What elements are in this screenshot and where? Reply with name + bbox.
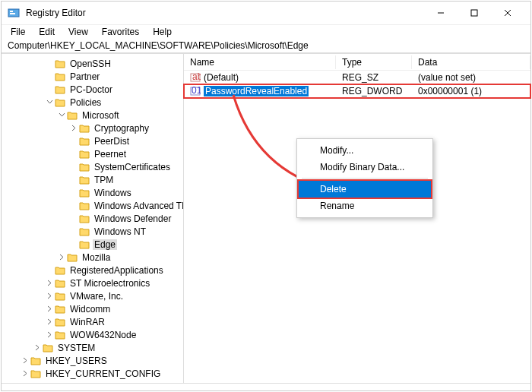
tree-label: Microsoft — [81, 110, 121, 121]
tree-spacer — [68, 226, 79, 237]
folder-icon — [67, 111, 78, 120]
tree-item-registeredapps[interactable]: RegisteredApplications — [2, 264, 183, 277]
menu-delete[interactable]: Delete — [299, 181, 431, 198]
folder-icon — [55, 279, 65, 288]
tree-item-windows_advanced[interactable]: Windows Advanced Threat Protection — [2, 199, 183, 212]
value-name: (Default) — [204, 72, 239, 83]
minimize-button[interactable] — [424, 2, 458, 24]
expand-icon[interactable] — [44, 278, 55, 289]
tree-label: Policies — [68, 97, 103, 108]
tree-item-edge[interactable]: Edge — [2, 238, 183, 251]
status-bar — [2, 383, 530, 390]
list-header: Name Type Data — [184, 54, 530, 71]
tree-item-hkusers[interactable]: HKEY_USERS — [2, 354, 183, 367]
address-bar[interactable]: Computer\HKEY_LOCAL_MACHINE\SOFTWARE\Pol… — [2, 39, 530, 53]
tree-item-system[interactable]: SYSTEM — [2, 341, 183, 354]
folder-icon — [55, 98, 65, 107]
column-name[interactable]: Name — [184, 55, 336, 69]
menu-modify-binary[interactable]: Modify Binary Data... — [299, 159, 431, 175]
tree-spacer — [68, 162, 79, 172]
tree-spacer — [44, 84, 55, 95]
menu-modify[interactable]: Modify... — [299, 142, 431, 159]
tree-item-wow64[interactable]: WOW6432Node — [2, 328, 183, 341]
tree-label: WOW6432Node — [68, 330, 138, 340]
tree-item-systemcertificates[interactable]: SystemCertificates — [2, 160, 183, 173]
regedit-icon — [8, 7, 20, 19]
tree-label: SystemCertificates — [93, 162, 172, 172]
menubar: File Edit View Favorites Help — [2, 25, 530, 39]
tree-label: VMware, Inc. — [68, 291, 125, 302]
folder-icon — [79, 227, 90, 236]
expand-icon[interactable] — [32, 343, 43, 353]
folder-icon — [55, 266, 65, 275]
tree-spacer — [68, 188, 79, 198]
tree-item-mozilla[interactable]: Mozilla — [2, 251, 183, 264]
folder-icon — [55, 292, 65, 301]
list-pane[interactable]: Name Type Data ab (Default) REG_SZ (valu… — [184, 54, 530, 383]
tree-spacer — [44, 265, 55, 276]
menu-edit[interactable]: Edit — [33, 25, 61, 39]
menu-file[interactable]: File — [5, 25, 31, 39]
tree-item-policies[interactable]: Policies — [2, 96, 183, 109]
expand-icon[interactable] — [56, 252, 67, 263]
expand-icon[interactable] — [44, 330, 55, 340]
column-data[interactable]: Data — [412, 55, 530, 69]
tree-spacer — [44, 58, 55, 69]
svg-rect-4 — [471, 10, 477, 16]
menu-separator — [302, 178, 428, 179]
tree-spacer — [68, 201, 79, 211]
tree-item-vmware[interactable]: VMware, Inc. — [2, 289, 183, 302]
tree-item-widcomm[interactable]: Widcomm — [2, 302, 183, 315]
value-row-selected[interactable]: 011 PasswordRevealEnabled REG_DWORD 0x00… — [184, 84, 530, 98]
collapse-icon[interactable] — [56, 110, 67, 121]
tree-item-windows_nt[interactable]: Windows NT — [2, 225, 183, 238]
tree-item-tpm[interactable]: TPM — [2, 173, 183, 186]
string-value-icon: ab — [190, 72, 201, 83]
expand-icon[interactable] — [20, 356, 30, 366]
menu-help[interactable]: Help — [147, 25, 178, 39]
folder-icon — [79, 175, 90, 185]
expand-icon[interactable] — [68, 123, 79, 134]
tree-item-microsoft[interactable]: Microsoft — [2, 109, 183, 122]
expand-icon[interactable] — [44, 291, 55, 302]
tree-label: Windows NT — [93, 226, 147, 237]
tree-spacer — [68, 175, 79, 185]
value-name: PasswordRevealEnabled — [204, 86, 309, 96]
expand-icon[interactable] — [44, 317, 55, 327]
tree-label: SYSTEM — [56, 343, 97, 353]
window-title: Registry Editor — [26, 8, 424, 18]
tree-spacer — [68, 239, 79, 250]
context-menu: Modify... Modify Binary Data... Delete R… — [296, 138, 433, 218]
svg-text:ab: ab — [192, 72, 201, 82]
menu-view[interactable]: View — [62, 25, 94, 39]
tree-item-hkcurrent[interactable]: HKEY_CURRENT_CONFIG — [2, 367, 183, 380]
column-type[interactable]: Type — [336, 55, 412, 69]
tree-item-stmicro[interactable]: ST Microelectronics — [2, 277, 183, 289]
tree-item-pcdoctor[interactable]: PC-Doctor — [2, 83, 183, 96]
tree-item-openssh[interactable]: OpenSSH — [2, 57, 183, 70]
tree-label: Windows Defender — [93, 213, 173, 224]
expand-icon[interactable] — [20, 368, 30, 379]
tree-pane[interactable]: OpenSSHPartnerPC-DoctorPoliciesMicrosoft… — [2, 54, 184, 383]
tree-item-cryptography[interactable]: Cryptography — [2, 122, 183, 134]
collapse-icon[interactable] — [44, 97, 55, 108]
tree-item-winrar[interactable]: WinRAR — [2, 315, 183, 328]
tree-item-peerdist[interactable]: PeerDist — [2, 134, 183, 147]
tree-spacer — [68, 149, 79, 160]
value-type: REG_SZ — [336, 72, 412, 83]
close-button[interactable] — [491, 2, 524, 24]
tree-label: Edge — [93, 239, 117, 250]
tree-label: Widcomm — [68, 304, 112, 315]
tree-item-peernet[interactable]: Peernet — [2, 147, 183, 160]
tree-label: PC-Doctor — [68, 84, 114, 95]
menu-favorites[interactable]: Favorites — [96, 25, 145, 39]
expand-icon[interactable] — [44, 304, 55, 315]
tree-item-windows_defender[interactable]: Windows Defender — [2, 212, 183, 225]
maximize-button[interactable] — [458, 2, 491, 24]
folder-icon — [55, 85, 65, 94]
tree-item-windows[interactable]: Windows — [2, 186, 183, 199]
folder-icon — [55, 330, 65, 340]
tree-item-partner[interactable]: Partner — [2, 70, 183, 83]
menu-rename[interactable]: Rename — [299, 198, 431, 214]
value-row[interactable]: ab (Default) REG_SZ (value not set) — [184, 71, 530, 84]
